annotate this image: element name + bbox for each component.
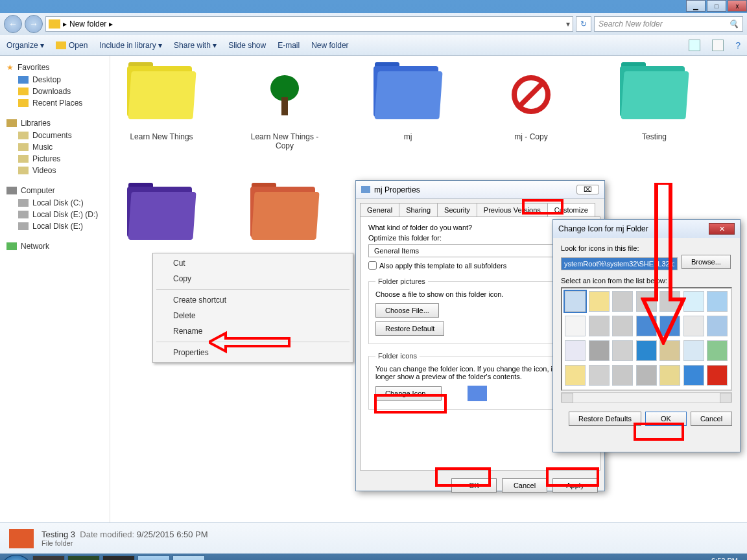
icon-option[interactable] [683, 365, 704, 386]
sidebar-item-videos[interactable]: Videos [0, 165, 110, 176]
dialog-close-button[interactable]: ⌧ [576, 185, 599, 194]
sidebar-group-libraries[interactable]: Libraries [0, 117, 110, 130]
icon-option[interactable] [707, 365, 728, 386]
icon-option[interactable] [565, 291, 586, 312]
folder-item[interactable]: Learn New Things - Copy [243, 62, 327, 150]
breadcrumb-dropdown[interactable]: ▾ [566, 19, 570, 29]
dialog-close-button[interactable]: ✕ [709, 223, 735, 235]
sidebar-item-disk-d[interactable]: Local Disk (E:) (D:) [0, 209, 110, 220]
taskbar-app-chrome[interactable] [137, 555, 170, 560]
new-folder-button[interactable]: New folder [311, 41, 348, 50]
icon-list[interactable] [561, 287, 732, 391]
icon-option[interactable] [659, 291, 680, 312]
sidebar-group-favorites[interactable]: ★Favorites [0, 61, 110, 74]
ok-button[interactable]: OK [451, 478, 497, 493]
icon-option[interactable] [589, 340, 610, 361]
open-button[interactable]: Open [56, 41, 88, 50]
menu-item-properties[interactable]: Properties [155, 345, 351, 360]
sidebar-item-disk-c[interactable]: Local Disk (C:) [0, 197, 110, 209]
maximize-button[interactable]: □ [707, 0, 726, 12]
dialog-titlebar[interactable]: mj Properties ⌧ [356, 181, 604, 199]
sidebar-item-desktop[interactable]: Desktop [0, 74, 110, 86]
browse-button[interactable]: Browse... [682, 255, 731, 269]
view-options-button[interactable] [689, 40, 700, 51]
refresh-button[interactable]: ↻ [576, 16, 591, 32]
icon-option[interactable] [589, 365, 610, 386]
clock[interactable]: 6:52 PM 9/25/2015 [706, 557, 738, 560]
forward-button[interactable]: → [25, 15, 43, 33]
taskbar-app[interactable] [67, 555, 100, 560]
choose-file-button[interactable]: Choose File... [375, 303, 439, 318]
slideshow-button[interactable]: Slide show [228, 41, 266, 50]
preview-pane-button[interactable] [712, 40, 724, 51]
apply-button[interactable]: Apply [552, 478, 598, 493]
folder-item[interactable]: Learn New Things [119, 62, 204, 150]
folder-item[interactable] [243, 183, 327, 253]
dialog-titlebar[interactable]: Change Icon for mj Folder ✕ [553, 220, 740, 238]
tab-previous-versions[interactable]: Previous Versions [477, 203, 548, 216]
back-button[interactable]: ← [4, 15, 22, 33]
taskbar-app-explorer[interactable] [172, 555, 205, 560]
change-icon-button[interactable]: Change Icon... [375, 386, 442, 401]
include-in-library-menu[interactable]: Include in library ▾ [99, 41, 162, 50]
sidebar-item-music[interactable]: Music [0, 141, 110, 153]
breadcrumb[interactable]: ▸ New folder ▸ ▾ [45, 16, 573, 32]
menu-item-delete[interactable]: Delete [155, 308, 351, 323]
breadcrumb-path[interactable]: New folder [69, 19, 106, 29]
folder-item[interactable]: mj [366, 62, 450, 150]
icon-option[interactable] [565, 340, 586, 361]
sidebar-item-documents[interactable]: Documents [0, 130, 110, 141]
icon-option[interactable] [636, 340, 657, 361]
icon-option[interactable] [659, 316, 680, 336]
help-button[interactable]: ? [735, 40, 741, 51]
icon-option[interactable] [612, 340, 633, 361]
icon-option[interactable] [612, 365, 633, 386]
menu-item-create-shortcut[interactable]: Create shortcut [155, 292, 351, 308]
ok-button[interactable]: OK [645, 412, 687, 426]
icon-option[interactable] [636, 291, 657, 312]
sidebar-group-computer[interactable]: Computer [0, 184, 110, 197]
sidebar-item-recent[interactable]: Recent Places [0, 97, 110, 109]
taskbar-app[interactable] [32, 555, 65, 560]
sidebar-item-pictures[interactable]: Pictures [0, 153, 110, 165]
cancel-button[interactable]: Cancel [502, 478, 547, 493]
taskbar-app[interactable] [102, 555, 135, 560]
menu-item-cut[interactable]: Cut [155, 255, 351, 271]
icon-option[interactable] [683, 340, 704, 361]
icon-option[interactable] [565, 365, 586, 386]
folder-item[interactable] [119, 183, 204, 253]
sidebar-item-downloads[interactable]: Downloads [0, 86, 110, 97]
icon-option[interactable] [683, 291, 704, 312]
share-with-menu[interactable]: Share with ▾ [174, 41, 217, 50]
tab-sharing[interactable]: Sharing [399, 203, 438, 216]
icon-option[interactable] [707, 316, 728, 336]
icon-option[interactable] [636, 365, 657, 386]
menu-item-copy[interactable]: Copy [155, 271, 351, 286]
menu-item-rename[interactable]: Rename [155, 323, 351, 339]
organize-menu[interactable]: Organize ▾ [6, 41, 44, 50]
start-button[interactable] [3, 555, 30, 560]
tab-security[interactable]: Security [437, 203, 477, 216]
minimize-button[interactable]: ▁ [686, 0, 706, 12]
icon-option[interactable] [612, 291, 633, 312]
icon-option[interactable] [707, 291, 728, 312]
icon-option[interactable] [589, 291, 610, 312]
search-input[interactable]: Search New folder 🔍 [594, 16, 743, 32]
folder-item[interactable]: Testing [612, 62, 696, 150]
restore-defaults-button[interactable]: Restore Defaults [569, 412, 641, 426]
icon-option[interactable] [565, 316, 586, 336]
icon-option[interactable] [589, 316, 610, 336]
folder-item[interactable]: mj - Copy [489, 62, 573, 150]
icon-option[interactable] [659, 340, 680, 361]
icon-option[interactable] [659, 365, 680, 386]
horizontal-scrollbar[interactable] [561, 392, 732, 402]
close-button[interactable]: x [728, 0, 747, 12]
restore-default-button[interactable]: Restore Default [375, 321, 444, 336]
system-tray[interactable]: ▲ ⚑ 🔊 6:52 PM 9/25/2015 [668, 557, 744, 560]
sidebar-item-disk-e[interactable]: Local Disk (E:) [0, 220, 110, 232]
email-button[interactable]: E-mail [278, 41, 300, 50]
icon-option[interactable] [683, 316, 704, 336]
icon-option[interactable] [612, 316, 633, 336]
tab-customize[interactable]: Customize [547, 203, 595, 216]
icon-path-input[interactable] [561, 257, 678, 270]
